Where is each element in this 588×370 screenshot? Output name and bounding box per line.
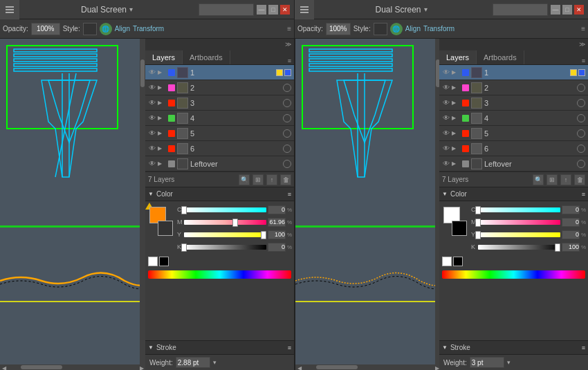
layer-row-4-right[interactable]: 👁 ▶ 4	[439, 111, 588, 126]
k-slider-right[interactable]	[478, 245, 560, 250]
stroke-weight-dropdown-right[interactable]: ▾	[507, 359, 511, 366]
transform-btn-left[interactable]: Transform	[133, 25, 164, 33]
arrow-leftover-right[interactable]: ▶	[452, 160, 460, 167]
close-left[interactable]: ✕	[280, 5, 290, 15]
delete-layer-left[interactable]: 🗑	[280, 174, 291, 185]
color-spectrum-left[interactable]	[148, 270, 291, 279]
stroke-weight-input-left[interactable]	[176, 357, 210, 368]
c-input-left[interactable]	[268, 205, 286, 214]
eye-icon-4-right[interactable]: 👁	[441, 113, 452, 124]
layer-row-1-right[interactable]: 👁 ▶ 1	[439, 65, 588, 80]
color-arrow-left[interactable]: ▼	[148, 191, 154, 197]
title-dropdown-right[interactable]: ▾	[424, 6, 428, 13]
c-slider-left[interactable]	[184, 207, 266, 212]
search-layers-left[interactable]: 🔍	[239, 174, 250, 185]
swatch-bg-right[interactable]	[452, 221, 467, 236]
app-menu-left[interactable]	[0, 0, 19, 19]
app-menu-right[interactable]	[295, 0, 314, 19]
c-thumb-left[interactable]	[181, 206, 187, 214]
delete-layer-right[interactable]: 🗑	[574, 174, 585, 185]
layer-row-2-right[interactable]: 👁 ▶ 2	[439, 80, 588, 95]
c-thumb-right[interactable]	[475, 206, 481, 214]
arrow-2-right[interactable]: ▶	[452, 84, 460, 91]
arrow-5-left[interactable]: ▶	[158, 130, 166, 136]
layer-row-5-right[interactable]: 👁 ▶ 5	[439, 126, 588, 141]
layer-row-leftover-left[interactable]: 👁 ▶ Leftover	[145, 156, 294, 172]
arrow-3-right[interactable]: ▶	[452, 100, 460, 106]
stroke-arrow-right[interactable]: ▼	[442, 344, 448, 351]
c-input-right[interactable]	[562, 205, 580, 214]
layer-row-leftover-right[interactable]: 👁 ▶ Leftover	[439, 156, 588, 172]
eye-icon-3-right[interactable]: 👁	[441, 98, 452, 109]
arrow-6-left[interactable]: ▶	[158, 145, 166, 151]
eye-icon-2-left[interactable]: 👁	[147, 82, 158, 93]
expand-icon-right[interactable]: ≫	[579, 41, 585, 48]
panel-menu-left[interactable]: ≡	[288, 57, 291, 64]
stroke-arrow-left[interactable]: ▼	[148, 344, 154, 351]
color-menu-left[interactable]: ≡	[288, 191, 291, 198]
k-thumb-right[interactable]	[555, 243, 560, 252]
y-slider-right[interactable]	[478, 232, 560, 237]
k-input-right[interactable]	[562, 243, 580, 252]
stroke-weight-dropdown-left[interactable]: ▾	[213, 359, 217, 366]
align-btn-left[interactable]: Align	[115, 25, 130, 33]
maximize-left[interactable]: □	[268, 5, 278, 15]
bw-white-right[interactable]	[442, 257, 452, 266]
eye-icon-6-right[interactable]: 👁	[441, 143, 452, 154]
globe-icon-right[interactable]: 🌐	[390, 23, 403, 35]
arrow-1-right[interactable]: ▶	[452, 69, 460, 75]
m-input-right[interactable]	[562, 218, 580, 227]
search-right[interactable]	[493, 3, 548, 16]
minimize-left[interactable]: —	[257, 5, 266, 15]
arrow-5-right[interactable]: ▶	[452, 130, 460, 136]
eye-icon-6-left[interactable]: 👁	[147, 143, 158, 154]
move-up-left[interactable]: ↑	[266, 174, 277, 185]
minimize-right[interactable]: —	[551, 5, 560, 15]
arrow-4-left[interactable]: ▶	[158, 115, 166, 121]
m-thumb-left[interactable]	[232, 219, 238, 227]
eye-icon-3-left[interactable]: 👁	[147, 98, 158, 109]
m-thumb-right[interactable]	[475, 219, 481, 227]
c-slider-right[interactable]	[478, 207, 560, 212]
move-up-right[interactable]: ↑	[560, 174, 571, 185]
eye-icon-2-right[interactable]: 👁	[441, 82, 452, 93]
color-menu-right[interactable]: ≡	[582, 191, 585, 198]
title-dropdown-left[interactable]: ▾	[129, 6, 133, 13]
bw-black-left[interactable]	[159, 257, 169, 266]
eye-icon-5-right[interactable]: 👁	[441, 128, 452, 139]
canvas-left[interactable]: ◀ ▶	[0, 39, 145, 370]
stroke-menu-left[interactable]: ≡	[288, 344, 291, 351]
arrow-2-left[interactable]: ▶	[158, 84, 166, 91]
transform-btn-right[interactable]: Transform	[423, 25, 454, 33]
new-layer-left[interactable]: ⊞	[252, 174, 264, 185]
y-thumb-right[interactable]	[475, 231, 481, 239]
eye-icon-leftover-right[interactable]: 👁	[441, 158, 452, 169]
tab-artboards-right[interactable]: Artboards	[477, 50, 524, 64]
color-arrow-right[interactable]: ▼	[442, 191, 448, 197]
stroke-weight-input-right[interactable]	[470, 357, 504, 368]
layer-row-4-left[interactable]: 👁 ▶ 4	[145, 111, 294, 126]
layer-row-3-left[interactable]: 👁 ▶ 3	[145, 95, 294, 111]
k-thumb-left[interactable]	[181, 243, 187, 252]
m-input-left[interactable]	[268, 218, 286, 227]
arrow-6-right[interactable]: ▶	[452, 145, 460, 151]
eye-icon-1-right[interactable]: 👁	[441, 67, 452, 78]
y-input-left[interactable]	[268, 230, 286, 239]
arrow-1-left[interactable]: ▶	[158, 69, 166, 75]
eye-icon-4-left[interactable]: 👁	[147, 113, 158, 124]
k-input-left[interactable]	[268, 243, 286, 252]
panel-menu-right[interactable]: ≡	[582, 57, 585, 64]
maximize-right[interactable]: □	[562, 5, 572, 15]
layer-row-6-right[interactable]: 👁 ▶ 6	[439, 141, 588, 156]
search-layers-right[interactable]: 🔍	[533, 174, 544, 185]
tab-layers-right[interactable]: Layers	[439, 50, 477, 64]
align-btn-right[interactable]: Align	[405, 25, 421, 33]
globe-icon-left[interactable]: 🌐	[100, 23, 112, 35]
stroke-menu-right[interactable]: ≡	[582, 344, 585, 351]
style-box-left[interactable]	[83, 23, 97, 35]
style-box-right[interactable]	[374, 23, 387, 35]
layer-row-6-left[interactable]: 👁 ▶ 6	[145, 141, 294, 156]
swatch-bg-left[interactable]	[158, 221, 173, 236]
close-right[interactable]: ✕	[574, 5, 584, 15]
new-layer-right[interactable]: ⊞	[546, 174, 558, 185]
